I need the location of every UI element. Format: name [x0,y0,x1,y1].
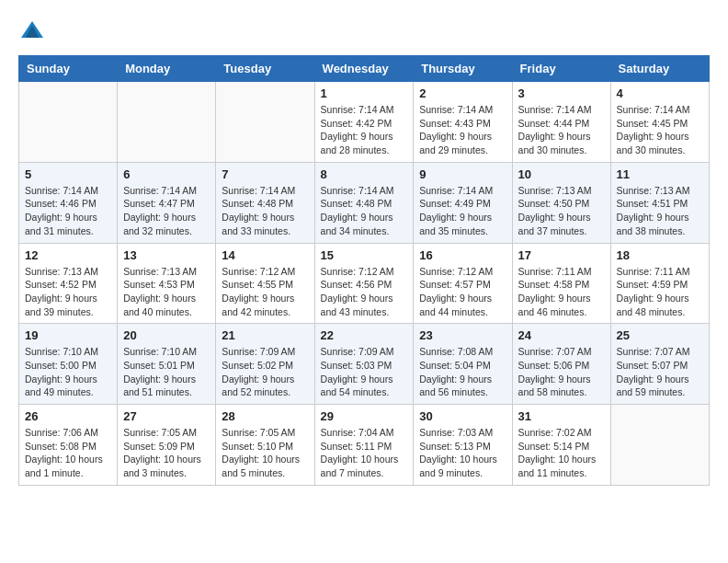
day-number: 13 [123,248,210,262]
calendar-cell: 17Sunrise: 7:11 AM Sunset: 4:58 PM Dayli… [512,243,610,324]
page-header [18,18,710,46]
day-number: 29 [321,409,408,423]
calendar-cell: 25Sunrise: 7:07 AM Sunset: 5:07 PM Dayli… [610,324,709,405]
day-detail: Sunrise: 7:13 AM Sunset: 4:50 PM Dayligh… [518,184,605,238]
calendar-cell: 22Sunrise: 7:09 AM Sunset: 5:03 PM Dayli… [314,324,414,405]
calendar-cell: 13Sunrise: 7:13 AM Sunset: 4:53 PM Dayli… [118,243,216,324]
day-detail: Sunrise: 7:14 AM Sunset: 4:48 PM Dayligh… [222,184,308,238]
calendar-cell: 31Sunrise: 7:02 AM Sunset: 5:14 PM Dayli… [512,405,610,486]
day-detail: Sunrise: 7:13 AM Sunset: 4:53 PM Dayligh… [123,265,210,319]
day-detail: Sunrise: 7:10 AM Sunset: 5:00 PM Dayligh… [25,345,111,399]
day-detail: Sunrise: 7:14 AM Sunset: 4:48 PM Dayligh… [321,184,408,238]
day-detail: Sunrise: 7:04 AM Sunset: 5:11 PM Dayligh… [321,426,408,480]
day-number: 9 [419,167,506,181]
weekday-header: Wednesday [314,56,414,82]
day-number: 10 [518,167,605,181]
day-number: 27 [123,409,210,423]
day-detail: Sunrise: 7:14 AM Sunset: 4:47 PM Dayligh… [123,184,210,238]
calendar-week-row: 12Sunrise: 7:13 AM Sunset: 4:52 PM Dayli… [19,243,710,324]
weekday-header: Friday [512,56,610,82]
calendar-cell: 5Sunrise: 7:14 AM Sunset: 4:46 PM Daylig… [19,162,118,243]
calendar-cell [118,82,216,163]
day-detail: Sunrise: 7:02 AM Sunset: 5:14 PM Dayligh… [518,426,605,480]
calendar-week-row: 1Sunrise: 7:14 AM Sunset: 4:42 PM Daylig… [19,82,710,163]
calendar-cell: 16Sunrise: 7:12 AM Sunset: 4:57 PM Dayli… [414,243,512,324]
day-number: 28 [222,409,308,423]
day-detail: Sunrise: 7:14 AM Sunset: 4:46 PM Dayligh… [25,184,111,238]
calendar-week-row: 19Sunrise: 7:10 AM Sunset: 5:00 PM Dayli… [19,324,710,405]
calendar-cell: 10Sunrise: 7:13 AM Sunset: 4:50 PM Dayli… [512,162,610,243]
day-detail: Sunrise: 7:14 AM Sunset: 4:43 PM Dayligh… [419,103,506,157]
day-number: 18 [617,248,703,262]
calendar-cell: 4Sunrise: 7:14 AM Sunset: 4:45 PM Daylig… [610,82,709,163]
day-number: 4 [617,86,703,100]
day-detail: Sunrise: 7:12 AM Sunset: 4:55 PM Dayligh… [222,265,308,319]
day-number: 11 [617,167,703,181]
day-number: 5 [25,167,111,181]
calendar: SundayMondayTuesdayWednesdayThursdayFrid… [18,55,710,486]
calendar-cell: 11Sunrise: 7:13 AM Sunset: 4:51 PM Dayli… [610,162,709,243]
calendar-cell: 2Sunrise: 7:14 AM Sunset: 4:43 PM Daylig… [414,82,512,163]
day-detail: Sunrise: 7:12 AM Sunset: 4:57 PM Dayligh… [419,265,506,319]
calendar-cell: 9Sunrise: 7:14 AM Sunset: 4:49 PM Daylig… [414,162,512,243]
day-number: 25 [617,328,703,342]
day-number: 6 [123,167,210,181]
calendar-cell [610,405,709,486]
calendar-cell: 26Sunrise: 7:06 AM Sunset: 5:08 PM Dayli… [19,405,118,486]
day-detail: Sunrise: 7:09 AM Sunset: 5:02 PM Dayligh… [222,345,308,399]
day-detail: Sunrise: 7:11 AM Sunset: 4:58 PM Dayligh… [518,265,605,319]
day-number: 22 [321,328,408,342]
calendar-cell: 12Sunrise: 7:13 AM Sunset: 4:52 PM Dayli… [19,243,118,324]
day-detail: Sunrise: 7:06 AM Sunset: 5:08 PM Dayligh… [25,426,111,480]
day-detail: Sunrise: 7:09 AM Sunset: 5:03 PM Dayligh… [321,345,408,399]
day-number: 14 [222,248,308,262]
day-number: 30 [419,409,506,423]
calendar-cell: 20Sunrise: 7:10 AM Sunset: 5:01 PM Dayli… [118,324,216,405]
calendar-cell: 29Sunrise: 7:04 AM Sunset: 5:11 PM Dayli… [314,405,414,486]
calendar-cell [19,82,118,163]
day-detail: Sunrise: 7:13 AM Sunset: 4:51 PM Dayligh… [617,184,703,238]
calendar-cell: 28Sunrise: 7:05 AM Sunset: 5:10 PM Dayli… [216,405,314,486]
day-detail: Sunrise: 7:11 AM Sunset: 4:59 PM Dayligh… [617,265,703,319]
weekday-header: Saturday [610,56,709,82]
calendar-cell: 19Sunrise: 7:10 AM Sunset: 5:00 PM Dayli… [19,324,118,405]
day-number: 26 [25,409,111,423]
day-detail: Sunrise: 7:14 AM Sunset: 4:45 PM Dayligh… [617,103,703,157]
day-detail: Sunrise: 7:05 AM Sunset: 5:10 PM Dayligh… [222,426,308,480]
day-detail: Sunrise: 7:14 AM Sunset: 4:44 PM Dayligh… [518,103,605,157]
day-detail: Sunrise: 7:13 AM Sunset: 4:52 PM Dayligh… [25,265,111,319]
day-number: 23 [419,328,506,342]
calendar-cell: 27Sunrise: 7:05 AM Sunset: 5:09 PM Dayli… [118,405,216,486]
calendar-week-row: 26Sunrise: 7:06 AM Sunset: 5:08 PM Dayli… [19,405,710,486]
calendar-cell: 15Sunrise: 7:12 AM Sunset: 4:56 PM Dayli… [314,243,414,324]
day-number: 15 [321,248,408,262]
day-number: 24 [518,328,605,342]
weekday-header: Monday [118,56,216,82]
weekday-header: Thursday [414,56,512,82]
day-number: 8 [321,167,408,181]
day-number: 16 [419,248,506,262]
day-detail: Sunrise: 7:12 AM Sunset: 4:56 PM Dayligh… [321,265,408,319]
day-detail: Sunrise: 7:10 AM Sunset: 5:01 PM Dayligh… [123,345,210,399]
day-detail: Sunrise: 7:14 AM Sunset: 4:42 PM Dayligh… [321,103,408,157]
day-detail: Sunrise: 7:03 AM Sunset: 5:13 PM Dayligh… [419,426,506,480]
weekday-header: Sunday [19,56,118,82]
calendar-cell: 3Sunrise: 7:14 AM Sunset: 4:44 PM Daylig… [512,82,610,163]
day-number: 7 [222,167,308,181]
calendar-header-row: SundayMondayTuesdayWednesdayThursdayFrid… [19,56,710,82]
calendar-cell: 8Sunrise: 7:14 AM Sunset: 4:48 PM Daylig… [314,162,414,243]
day-number: 3 [518,86,605,100]
calendar-cell: 6Sunrise: 7:14 AM Sunset: 4:47 PM Daylig… [118,162,216,243]
day-number: 20 [123,328,210,342]
day-number: 17 [518,248,605,262]
calendar-cell: 24Sunrise: 7:07 AM Sunset: 5:06 PM Dayli… [512,324,610,405]
calendar-week-row: 5Sunrise: 7:14 AM Sunset: 4:46 PM Daylig… [19,162,710,243]
day-number: 2 [419,86,506,100]
calendar-cell: 23Sunrise: 7:08 AM Sunset: 5:04 PM Dayli… [414,324,512,405]
day-detail: Sunrise: 7:07 AM Sunset: 5:07 PM Dayligh… [617,345,703,399]
day-detail: Sunrise: 7:08 AM Sunset: 5:04 PM Dayligh… [419,345,506,399]
calendar-cell: 21Sunrise: 7:09 AM Sunset: 5:02 PM Dayli… [216,324,314,405]
day-detail: Sunrise: 7:07 AM Sunset: 5:06 PM Dayligh… [518,345,605,399]
calendar-cell: 7Sunrise: 7:14 AM Sunset: 4:48 PM Daylig… [216,162,314,243]
day-detail: Sunrise: 7:14 AM Sunset: 4:49 PM Dayligh… [419,184,506,238]
